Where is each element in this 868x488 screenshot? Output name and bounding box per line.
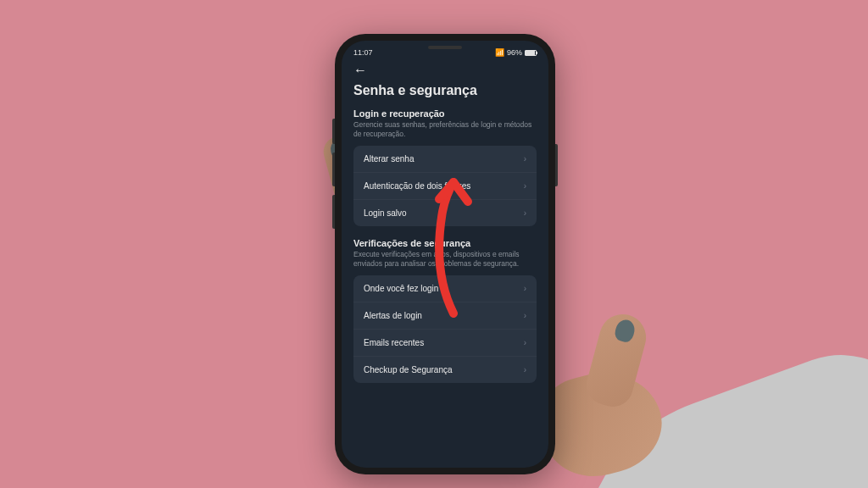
- menu-item-label: Alertas de login: [364, 311, 422, 320]
- chevron-right-icon: ›: [524, 338, 526, 347]
- menu-item-change-password[interactable]: Alterar senha ›: [353, 146, 537, 173]
- phone-notch: [428, 46, 462, 49]
- chevron-right-icon: ›: [524, 208, 526, 218]
- section-desc-login: Gerencie suas senhas, preferências de lo…: [353, 120, 537, 139]
- phone-screen: 11:07 📶 96% ← Senha e segurança Login e …: [342, 41, 548, 468]
- menu-item-recent-emails[interactable]: Emails recentes ›: [353, 330, 537, 357]
- back-arrow-icon[interactable]: ←: [353, 63, 537, 78]
- signal-icon: 📶: [495, 48, 504, 57]
- section-title-login: Login e recuperação: [353, 108, 537, 119]
- thumb: [582, 309, 652, 411]
- menu-item-label: Checkup de Segurança: [364, 365, 453, 374]
- section-desc-security: Execute verificações em apps, dispositiv…: [353, 250, 537, 269]
- battery-pct: 96%: [507, 48, 522, 57]
- page-title: Senha e segurança: [353, 83, 537, 98]
- menu-item-saved-login[interactable]: Login salvo ›: [353, 200, 537, 226]
- menu-item-label: Alterar senha: [364, 154, 414, 164]
- chevron-right-icon: ›: [524, 365, 526, 374]
- chevron-right-icon: ›: [524, 154, 526, 164]
- menu-group-security: Onde você fez login › Alertas de login ›…: [353, 275, 537, 383]
- menu-item-login-alerts[interactable]: Alertas de login ›: [353, 302, 537, 330]
- menu-item-label: Autenticação de dois fatores: [364, 181, 470, 191]
- menu-item-label: Emails recentes: [364, 338, 424, 347]
- sleeve: [533, 331, 868, 488]
- chevron-right-icon: ›: [524, 311, 526, 320]
- phone-volume-down: [332, 195, 335, 229]
- screen-content: ← Senha e segurança Login e recuperação …: [342, 59, 548, 403]
- phone-frame: 11:07 📶 96% ← Senha e segurança Login e …: [335, 34, 555, 474]
- phone-volume-up: [332, 152, 335, 186]
- phone-side-button: [332, 119, 335, 144]
- menu-item-label: Login salvo: [364, 208, 407, 218]
- menu-item-where-logged-in[interactable]: Onde você fez login ›: [353, 275, 537, 302]
- menu-item-security-checkup[interactable]: Checkup de Segurança ›: [353, 357, 537, 383]
- menu-item-label: Onde você fez login: [364, 284, 438, 293]
- chevron-right-icon: ›: [524, 181, 526, 191]
- section-title-security: Verificações de segurança: [353, 238, 537, 248]
- chevron-right-icon: ›: [524, 284, 526, 293]
- status-time: 11:07: [353, 48, 373, 57]
- menu-item-two-factor[interactable]: Autenticação de dois fatores ›: [353, 173, 537, 200]
- battery-icon: [525, 50, 537, 56]
- menu-group-login: Alterar senha › Autenticação de dois fat…: [353, 146, 537, 226]
- status-bar: 11:07 📶 96%: [342, 41, 548, 59]
- phone-power-button: [555, 144, 558, 186]
